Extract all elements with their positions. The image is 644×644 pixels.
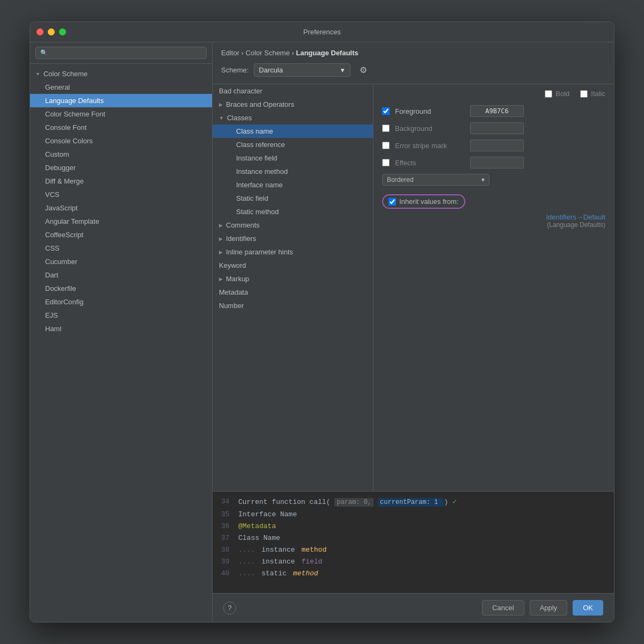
error-stripe-checkbox[interactable] (382, 142, 390, 149)
tree-section-markup[interactable]: ▶ Markup (213, 272, 373, 286)
sidebar-item-diff-merge[interactable]: Diff & Merge (30, 174, 212, 188)
maximize-button[interactable] (59, 28, 66, 35)
sidebar-item-editorconfig[interactable]: EditorConfig (30, 295, 212, 309)
scheme-label: Scheme: (221, 66, 248, 74)
tree-item-instance-field[interactable]: Instance field (213, 151, 373, 165)
tree-item-keyword[interactable]: Keyword (213, 259, 373, 272)
tree-item-instance-method[interactable]: Instance method (213, 165, 373, 178)
footer: ? Cancel Apply OK (213, 593, 614, 622)
tree-item-static-field[interactable]: Static field (213, 192, 373, 205)
inherit-section: Inherit values from: Identifiers→Default… (382, 194, 605, 229)
tree-section-classes[interactable]: ▼ Classes (213, 111, 373, 125)
background-color-swatch[interactable] (470, 122, 524, 134)
footer-buttons: Cancel Apply OK (482, 600, 603, 616)
inherit-checkbox[interactable] (389, 198, 396, 206)
tree-item-number[interactable]: Number (213, 299, 373, 312)
italic-checkbox[interactable] (580, 90, 588, 98)
foreground-checkbox[interactable] (382, 107, 390, 115)
sidebar-item-custom[interactable]: Custom (30, 148, 212, 161)
color-scope-tree: Bad character ▶ Braces and Operators ▼ C… (213, 84, 374, 491)
tree-item-interface-name[interactable]: Interface name (213, 178, 373, 192)
scheme-select[interactable]: Darcula ▾ (254, 63, 350, 77)
sidebar-item-cucumber[interactable]: Cucumber (30, 255, 212, 268)
bold-checkbox[interactable] (545, 90, 552, 98)
preview-line-40: 40 .... static method (221, 568, 605, 580)
sidebar-item-css[interactable]: CSS (30, 241, 212, 255)
properties-panel: Bold Italic Foreground A9B7C6 (374, 84, 614, 491)
tree-item-class-name[interactable]: Class name (213, 125, 373, 138)
bold-option: Bold (545, 90, 569, 98)
collapse-icon: ▶ (219, 236, 223, 241)
help-button[interactable]: ? (223, 602, 236, 614)
collapse-icon: ▼ (35, 71, 40, 77)
expand-icon: ▼ (219, 115, 224, 121)
inherit-sublabel: (Language Defaults) (382, 221, 605, 229)
error-stripe-color-swatch[interactable] (470, 140, 524, 151)
error-stripe-row: Error stripe mark (382, 140, 605, 151)
tree-item-bad-character[interactable]: Bad character (213, 84, 373, 98)
collapse-icon: ▶ (219, 276, 223, 282)
search-icon: 🔍 (40, 49, 48, 56)
background-checkbox[interactable] (382, 125, 390, 132)
main-area: 🔍 ▼ Color Scheme General Language Defaul… (30, 42, 614, 622)
collapse-icon: ▶ (219, 223, 223, 228)
sidebar-item-vcs[interactable]: VCS (30, 188, 212, 201)
cancel-button[interactable]: Cancel (482, 600, 524, 616)
close-button[interactable] (36, 28, 43, 35)
content-header: Editor › Color Scheme › Language Default… (213, 42, 614, 84)
tree-section-braces[interactable]: ▶ Braces and Operators (213, 98, 373, 111)
effects-type-select[interactable]: Bordered ▾ (382, 174, 489, 186)
preview-line-36: 36 @Metadata (221, 521, 605, 532)
editor-panels: Bad character ▶ Braces and Operators ▼ C… (213, 84, 614, 491)
chevron-down-icon: ▾ (481, 176, 485, 184)
foreground-row: Foreground A9B7C6 (382, 105, 605, 117)
preview-line-35: 35 Interface Name (221, 509, 605, 521)
preview-line-37: 37 Class Name (221, 532, 605, 544)
tree-section-inline-hints[interactable]: ▶ Inline parameter hints (213, 245, 373, 259)
ok-button[interactable]: OK (573, 600, 603, 616)
background-label: Background (395, 125, 465, 133)
traffic-lights (36, 28, 66, 35)
sidebar-item-console-colors[interactable]: Console Colors (30, 134, 212, 148)
tree-section-identifiers[interactable]: ▶ Identifiers (213, 232, 373, 245)
sidebar-item-dart[interactable]: Dart (30, 268, 212, 282)
tree-item-static-method[interactable]: Static method (213, 205, 373, 218)
effects-checkbox[interactable] (382, 159, 390, 166)
inherit-row: Inherit values from: (382, 194, 605, 209)
preview-line-39: 39 .... instance field (221, 556, 605, 568)
effects-label: Effects (395, 159, 465, 167)
collapse-icon: ▶ (219, 102, 223, 107)
sidebar-item-javascript[interactable]: JavaScript (30, 201, 212, 215)
preferences-window: Preferences 🔍 ▼ Color Scheme General Lan… (30, 21, 614, 623)
sidebar-item-console-font[interactable]: Console Font (30, 121, 212, 134)
preview-area: 34 Current function call( param: 0, curr… (213, 491, 614, 593)
sidebar-section-color-scheme[interactable]: ▼ Color Scheme (30, 67, 212, 80)
sidebar-item-general[interactable]: General (30, 80, 212, 94)
minimize-button[interactable] (48, 28, 55, 35)
chevron-down-icon: ▾ (341, 66, 345, 74)
sidebar: 🔍 ▼ Color Scheme General Language Defaul… (30, 42, 213, 622)
sidebar-item-debugger[interactable]: Debugger (30, 161, 212, 174)
error-stripe-label: Error stripe mark (395, 142, 465, 150)
collapse-icon: ▶ (219, 250, 223, 255)
tree-item-metadata[interactable]: Metadata (213, 286, 373, 299)
sidebar-item-color-scheme-font[interactable]: Color Scheme Font (30, 107, 212, 121)
foreground-color-swatch[interactable]: A9B7C6 (470, 105, 524, 117)
tree-item-class-reference[interactable]: Class reference (213, 138, 373, 151)
scheme-row: Scheme: Darcula ▾ ⚙ (221, 62, 605, 77)
search-input[interactable]: 🔍 (35, 47, 207, 59)
apply-button[interactable]: Apply (530, 600, 568, 616)
sidebar-item-angular-template[interactable]: Angular Template (30, 215, 212, 228)
sidebar-item-dockerfile[interactable]: Dockerfile (30, 282, 212, 295)
inherit-oval: Inherit values from: (382, 194, 465, 209)
gear-button[interactable]: ⚙ (356, 62, 371, 77)
tree-section-comments[interactable]: ▶ Comments (213, 218, 373, 232)
italic-option: Italic (580, 90, 605, 98)
sidebar-item-ejs[interactable]: EJS (30, 309, 212, 322)
inherit-link[interactable]: Identifiers→Default (382, 213, 605, 221)
titlebar: Preferences (30, 22, 614, 42)
sidebar-item-coffeescript[interactable]: CoffeeScript (30, 228, 212, 241)
effects-color-swatch[interactable] (470, 157, 524, 169)
sidebar-item-language-defaults[interactable]: Language Defaults (30, 94, 212, 107)
sidebar-item-haml[interactable]: Haml (30, 322, 212, 335)
